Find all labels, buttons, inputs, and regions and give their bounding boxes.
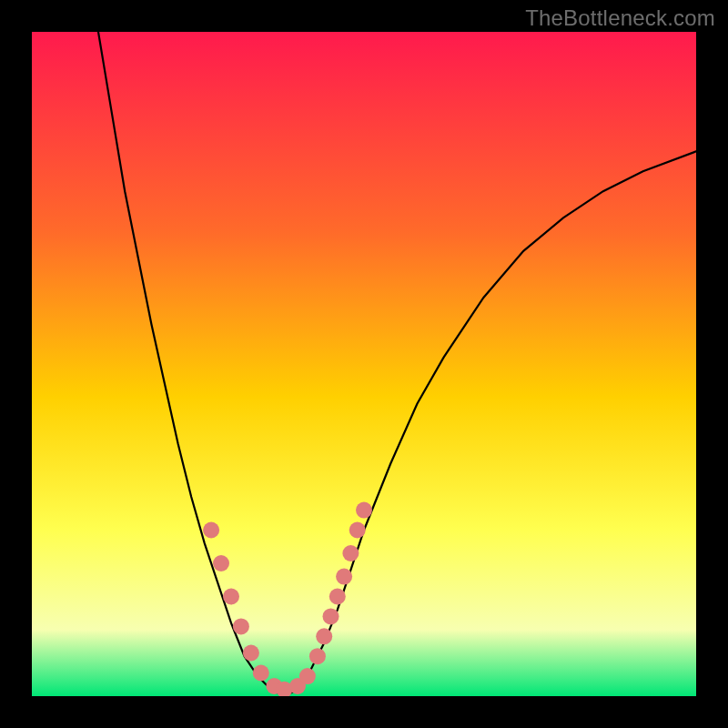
- bottleneck-curve-left: [98, 32, 284, 696]
- highlight-dot: [223, 589, 239, 605]
- highlight-dot: [356, 502, 372, 519]
- watermark-text: TheBottleneck.com: [525, 5, 715, 31]
- highlight-dot: [349, 522, 366, 539]
- plot-area: [32, 32, 696, 696]
- highlight-dot: [299, 668, 316, 684]
- highlight-dot: [309, 648, 326, 664]
- highlight-dot: [329, 589, 346, 605]
- highlight-dots: [203, 502, 372, 696]
- highlight-dot: [253, 665, 269, 682]
- highlight-dot: [213, 555, 229, 571]
- highlight-dot: [233, 618, 249, 634]
- bottleneck-curve-right: [284, 151, 696, 696]
- chart-overlay: [32, 32, 696, 696]
- highlight-dot: [203, 522, 219, 539]
- chart-stage: TheBottleneck.com: [0, 0, 728, 728]
- highlight-dot: [243, 645, 259, 662]
- highlight-dot: [342, 545, 359, 561]
- highlight-dot: [323, 608, 339, 624]
- highlight-dot: [336, 569, 352, 585]
- highlight-dot: [316, 628, 332, 644]
